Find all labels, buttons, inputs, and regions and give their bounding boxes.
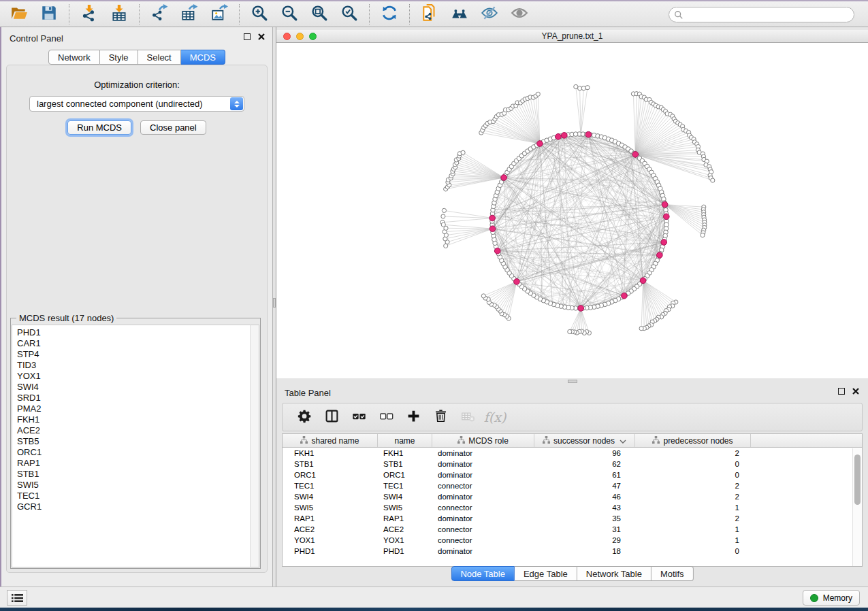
export-table-button[interactable]: [178, 3, 200, 25]
mcds-result-item[interactable]: GCR1: [17, 501, 259, 512]
mcds-result-item[interactable]: ORC1: [17, 447, 259, 458]
search-input[interactable]: [687, 8, 854, 21]
table-row[interactable]: SWI4SWI4dominator462: [283, 491, 862, 502]
apply-layout-button[interactable]: [379, 3, 400, 25]
delete-column-button[interactable]: [432, 409, 449, 425]
zoom-out-button[interactable]: [278, 3, 300, 25]
close-panel-button-mcds[interactable]: Close panel: [140, 120, 206, 135]
mcds-node[interactable]: [514, 279, 520, 285]
mcds-node[interactable]: [537, 141, 543, 147]
float-table-panel-button[interactable]: [838, 388, 845, 395]
network-node[interactable]: [711, 178, 715, 182]
mcds-result-item[interactable]: STB1: [17, 469, 259, 480]
network-node[interactable]: [639, 327, 643, 331]
open-file-button[interactable]: [8, 3, 30, 25]
network-window-titlebar[interactable]: YPA_prune.txt_1: [276, 30, 868, 43]
toggle-columns-button[interactable]: [323, 409, 340, 425]
mcds-result-item[interactable]: CAR1: [17, 338, 259, 349]
table-row[interactable]: ACE2ACE2connector311: [283, 524, 862, 535]
mcds-node[interactable]: [664, 214, 670, 220]
network-node[interactable]: [441, 214, 445, 218]
mcds-result-item[interactable]: TEC1: [17, 491, 259, 501]
select-all-columns-button[interactable]: [351, 409, 367, 425]
close-table-panel-button[interactable]: [852, 388, 859, 395]
network-node[interactable]: [442, 208, 446, 212]
network-node[interactable]: [701, 233, 705, 237]
export-network-button[interactable]: [148, 3, 170, 25]
export-image-button[interactable]: [208, 3, 230, 25]
table-row[interactable]: FKH1FKH1dominator962: [283, 448, 862, 459]
divider-grip[interactable]: [568, 380, 577, 383]
mcds-node[interactable]: [640, 278, 646, 284]
run-mcds-button[interactable]: Run MCDS: [67, 120, 131, 135]
mcds-result-item[interactable]: STP4: [17, 349, 259, 360]
mcds-result-item[interactable]: SWI4: [17, 382, 259, 393]
import-table-button[interactable]: [108, 3, 130, 25]
horizontal-split-divider[interactable]: [276, 378, 868, 384]
tab-style[interactable]: Style: [100, 50, 138, 65]
tab-motifs[interactable]: Motifs: [652, 566, 694, 581]
network-node[interactable]: [536, 92, 540, 96]
mcds-node[interactable]: [556, 134, 562, 140]
network-node[interactable]: [481, 294, 485, 298]
table-row[interactable]: RAP1RAP1dominator352: [283, 513, 862, 524]
table-row[interactable]: SWI5SWI5connector431: [283, 502, 862, 513]
network-node[interactable]: [581, 86, 585, 90]
settings-button[interactable]: [296, 409, 312, 425]
network-canvas[interactable]: [276, 43, 868, 378]
table-row[interactable]: YOX1YOX1connector291: [283, 535, 862, 546]
tab-edge-table[interactable]: Edge Table: [515, 566, 577, 581]
table-row[interactable]: TEC1TEC1connector472: [283, 480, 862, 491]
close-panel-button[interactable]: [258, 33, 265, 40]
mcds-result-item[interactable]: ACE2: [17, 425, 259, 436]
float-panel-button[interactable]: [244, 33, 251, 40]
tab-network[interactable]: Network: [48, 50, 100, 65]
column-header-shared-name[interactable]: shared name: [283, 434, 378, 447]
table-row[interactable]: ORC1ORC1dominator610: [283, 469, 862, 480]
mcds-node[interactable]: [578, 306, 584, 312]
network-node[interactable]: [461, 150, 465, 154]
first-neighbors-button[interactable]: [449, 3, 470, 25]
zoom-in-button[interactable]: [248, 3, 270, 25]
network-from-selection-button[interactable]: [419, 3, 440, 25]
mcds-result-item[interactable]: YOX1: [17, 371, 259, 382]
zoom-fit-button[interactable]: [308, 3, 330, 25]
mcds-node[interactable]: [489, 226, 496, 232]
show-hidden-button[interactable]: [509, 3, 530, 25]
zoom-selected-button[interactable]: [338, 3, 360, 25]
tab-select[interactable]: Select: [138, 50, 181, 65]
import-network-button[interactable]: [78, 3, 100, 25]
memory-button[interactable]: Memory: [803, 590, 860, 606]
mcds-result-item[interactable]: SWI5: [17, 480, 259, 491]
task-history-button[interactable]: [7, 590, 27, 606]
mcds-node[interactable]: [562, 133, 568, 139]
mcds-node[interactable]: [662, 201, 668, 208]
mcds-node[interactable]: [501, 175, 507, 181]
tab-node-table[interactable]: Node Table: [451, 566, 515, 581]
network-node[interactable]: [574, 84, 578, 88]
window-zoom-icon[interactable]: [309, 33, 317, 40]
add-column-button[interactable]: [405, 409, 421, 425]
mcds-result-item[interactable]: SRD1: [17, 393, 259, 403]
mcds-node[interactable]: [661, 240, 667, 246]
network-node[interactable]: [573, 132, 578, 137]
table-row[interactable]: STB1STB1dominator620: [283, 459, 862, 469]
scrollbar-thumb[interactable]: [854, 455, 861, 505]
column-header-name[interactable]: name: [378, 434, 432, 447]
mcds-result-item[interactable]: RAP1: [17, 458, 259, 469]
window-minimize-icon[interactable]: [296, 33, 304, 40]
optimization-criterion-select[interactable]: largest connected component (undirected): [29, 96, 244, 112]
mcds-result-item[interactable]: STB5: [17, 436, 259, 447]
mcds-result-item[interactable]: TID3: [17, 360, 259, 371]
hide-selected-button[interactable]: [479, 3, 500, 25]
window-close-icon[interactable]: [283, 33, 291, 40]
mcds-result-item[interactable]: PMA2: [17, 403, 259, 414]
mcds-node[interactable]: [622, 293, 628, 299]
tab-network-table[interactable]: Network Table: [577, 566, 652, 581]
mcds-node[interactable]: [632, 152, 639, 158]
network-node[interactable]: [568, 329, 572, 333]
tab-mcds[interactable]: MCDS: [181, 50, 225, 65]
mcds-node[interactable]: [657, 252, 663, 259]
mcds-node[interactable]: [494, 248, 500, 254]
column-header-successor-nodes[interactable]: successor nodes: [534, 434, 635, 447]
